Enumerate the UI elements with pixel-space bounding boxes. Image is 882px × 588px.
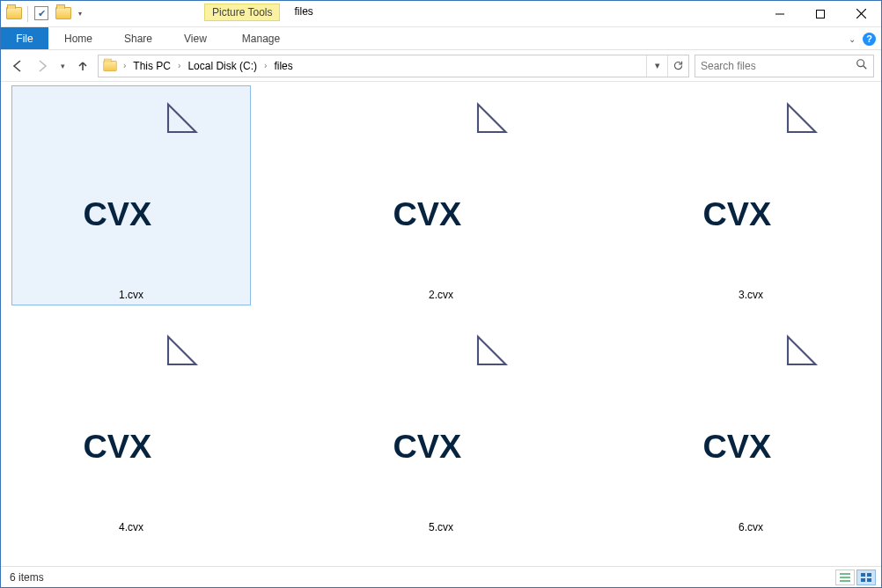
svg-rect-1 bbox=[817, 10, 825, 18]
chevron-right-icon[interactable]: › bbox=[174, 61, 184, 70]
file-thumbnail: CVX bbox=[23, 88, 239, 287]
cvx-file-icon: CVX bbox=[39, 327, 224, 512]
svg-rect-10 bbox=[867, 573, 871, 577]
file-item[interactable]: CVX6.cvx bbox=[631, 318, 871, 538]
ribbon-expand-icon[interactable]: ⌄ bbox=[849, 34, 856, 44]
help-icon[interactable]: ? bbox=[863, 33, 876, 46]
file-type-badge-text: CVX bbox=[83, 195, 151, 232]
file-thumbnail: CVX bbox=[333, 88, 549, 287]
file-name-label: 3.cvx bbox=[733, 287, 768, 303]
file-name-label: 6.cvx bbox=[733, 519, 768, 535]
file-thumbnail: CVX bbox=[643, 88, 859, 287]
file-type-badge-text: CVX bbox=[393, 195, 461, 232]
ribbon-tabs: File Home Share View Manage ⌄ ? bbox=[1, 27, 881, 50]
up-button[interactable] bbox=[73, 56, 92, 76]
file-name-label: 2.cvx bbox=[423, 287, 459, 303]
cvx-file-icon: CVX bbox=[349, 327, 533, 512]
file-thumbnail: CVX bbox=[23, 320, 239, 519]
status-item-count: 6 items bbox=[10, 571, 44, 584]
tab-home[interactable]: Home bbox=[48, 27, 108, 49]
breadcrumb-this-pc[interactable]: This PC bbox=[129, 60, 174, 72]
refresh-button[interactable] bbox=[667, 55, 688, 77]
qat-properties-icon[interactable]: ✔ bbox=[32, 4, 51, 23]
cvx-file-icon: CVX bbox=[658, 327, 843, 512]
qat-newfolder-icon[interactable] bbox=[54, 4, 73, 23]
tab-view[interactable]: View bbox=[168, 27, 223, 49]
file-type-badge-text: CVX bbox=[702, 428, 771, 465]
chevron-right-icon[interactable]: › bbox=[120, 61, 129, 70]
app-folder-icon[interactable] bbox=[4, 4, 24, 23]
svg-rect-12 bbox=[867, 578, 871, 582]
close-button[interactable] bbox=[841, 1, 881, 26]
search-icon[interactable] bbox=[856, 58, 868, 73]
file-item[interactable]: CVX4.cvx bbox=[11, 318, 251, 538]
cvx-file-icon: CVX bbox=[39, 95, 224, 280]
file-name-label: 1.cvx bbox=[114, 287, 149, 303]
file-name-label: 5.cvx bbox=[423, 519, 459, 535]
file-name-label: 4.cvx bbox=[114, 519, 149, 535]
file-item[interactable]: CVX1.cvx bbox=[11, 85, 251, 305]
file-thumbnail: CVX bbox=[643, 320, 859, 519]
maximize-button[interactable] bbox=[800, 1, 841, 26]
svg-line-5 bbox=[864, 66, 867, 70]
qat-customize-dropdown[interactable]: ▾ bbox=[76, 10, 85, 18]
file-type-badge-text: CVX bbox=[83, 428, 151, 465]
details-view-button[interactable] bbox=[835, 570, 855, 585]
chevron-right-icon[interactable]: › bbox=[261, 61, 270, 70]
status-bar: 6 items bbox=[1, 566, 881, 587]
tab-share[interactable]: Share bbox=[108, 27, 168, 49]
address-bar[interactable]: › This PC › Local Disk (C:) › files ▾ bbox=[98, 55, 689, 77]
search-placeholder: Search files bbox=[701, 60, 756, 72]
svg-point-4 bbox=[857, 60, 864, 67]
file-item[interactable]: CVX2.cvx bbox=[321, 85, 561, 305]
search-input[interactable]: Search files bbox=[695, 55, 874, 77]
file-tab[interactable]: File bbox=[1, 27, 48, 49]
window-title: files bbox=[294, 5, 312, 18]
recent-locations-dropdown[interactable]: ▾ bbox=[57, 56, 68, 76]
file-item[interactable]: CVX3.cvx bbox=[631, 85, 871, 305]
breadcrumb-folder[interactable]: files bbox=[270, 60, 296, 72]
svg-rect-11 bbox=[861, 578, 865, 582]
breadcrumb-drive[interactable]: Local Disk (C:) bbox=[184, 60, 261, 72]
forward-button[interactable] bbox=[33, 56, 52, 76]
back-button[interactable] bbox=[8, 56, 27, 76]
file-type-badge-text: CVX bbox=[702, 195, 771, 232]
quick-access-toolbar: ✔ ▾ bbox=[1, 1, 88, 23]
title-bar: ✔ ▾ Picture Tools files bbox=[1, 1, 881, 27]
address-dropdown[interactable]: ▾ bbox=[646, 55, 667, 77]
window-controls bbox=[760, 1, 881, 26]
file-item[interactable]: CVX5.cvx bbox=[321, 318, 561, 538]
cvx-file-icon: CVX bbox=[658, 95, 843, 280]
content-area[interactable]: CVX1.cvxCVX2.cvxCVX3.cvxCVX4.cvxCVX5.cvx… bbox=[1, 82, 881, 566]
cvx-file-icon: CVX bbox=[349, 95, 533, 280]
file-thumbnail: CVX bbox=[333, 320, 549, 519]
nav-row: ▾ › This PC › Local Disk (C:) › files ▾ … bbox=[1, 50, 881, 82]
address-folder-icon bbox=[102, 60, 118, 72]
contextual-tab-header: Picture Tools bbox=[204, 4, 280, 21]
tab-manage[interactable]: Manage bbox=[226, 27, 296, 49]
svg-rect-9 bbox=[861, 573, 865, 577]
large-icons-view-button[interactable] bbox=[856, 570, 876, 585]
qat-separator bbox=[27, 6, 28, 22]
minimize-button[interactable] bbox=[760, 1, 800, 26]
file-type-badge-text: CVX bbox=[393, 428, 461, 465]
